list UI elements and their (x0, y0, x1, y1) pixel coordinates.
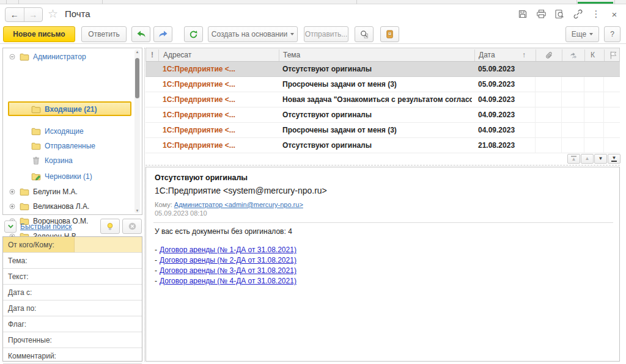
tab-divider (6, 0, 7, 4)
tree-item-outbox[interactable]: Исходящие (31, 124, 84, 139)
tree-item-sent[interactable]: Отправленные (31, 139, 95, 153)
filter-row-comment[interactable]: Комментарий: (3, 348, 142, 364)
create-based-on-button[interactable]: Создать на основании (208, 26, 298, 42)
column-copy-marker[interactable]: К (591, 48, 595, 62)
column-divider (604, 49, 605, 61)
floppy-icon (518, 9, 528, 19)
mail-row[interactable]: 1С:Предприятие <... Отсутствуют оригинал… (145, 62, 620, 77)
go-last-button[interactable]: ▼ (608, 154, 620, 164)
mail-row[interactable]: 1С:Предприятие <... Новая задача "Ознако… (145, 92, 620, 107)
column-addressee[interactable]: Адресат (163, 48, 191, 62)
scroll-up-icon[interactable]: ▴ (134, 49, 140, 54)
quick-search-collapse-button[interactable] (4, 220, 17, 233)
filter-row-date-to[interactable]: Дата по: (3, 300, 142, 316)
clear-search-button[interactable] (122, 219, 142, 234)
close-button[interactable]: × (609, 9, 620, 20)
filter-row-text[interactable]: Текст: (3, 269, 142, 285)
favorite-star-icon[interactable]: ☆ (48, 7, 58, 21)
column-divider (474, 49, 475, 61)
horizontal-splitter[interactable] (145, 165, 620, 166)
sort-ascending-icon[interactable]: ↑ (522, 48, 526, 62)
filter-row-flag[interactable]: Флаг: (3, 316, 142, 332)
mail-row[interactable]: 1С:Предприятие <... Отсутствуют оригинал… (145, 138, 620, 153)
filter-row-date-from[interactable]: Дата с: (3, 285, 142, 300)
column-priority[interactable]: ! (151, 48, 153, 62)
tree-scrollbar[interactable]: ▴ ▾ (134, 49, 140, 213)
find-button[interactable] (355, 26, 374, 42)
tab-divider (614, 0, 615, 4)
forward-button[interactable]: → (24, 8, 43, 21)
filter-row-subject[interactable]: Тема: (3, 253, 142, 269)
new-letter-button[interactable]: Новое письмо (3, 26, 75, 42)
row-addressee: 1С:Предприятие <... (163, 77, 279, 92)
collapse-minus-icon[interactable] (9, 54, 15, 60)
address-book-button[interactable] (380, 26, 399, 42)
filter-row-from-to[interactable]: От кого/Кому: (3, 237, 142, 253)
link-prefix: - (155, 246, 157, 254)
more-menu-button[interactable]: ⋮ (591, 9, 602, 20)
tree-item-trash[interactable]: Корзина (31, 153, 73, 168)
forward-letter-button[interactable] (153, 26, 172, 42)
get-link-button[interactable] (572, 9, 583, 20)
mail-row[interactable]: 1С:Предприятие <... Отсутствуют оригинал… (145, 107, 620, 123)
scrollbar-thumb[interactable] (135, 58, 139, 98)
to-address-link[interactable]: Администратор <admin@mercury-npo.ru> (174, 201, 303, 208)
chevron-down-green-icon (7, 224, 14, 229)
row-date: 04.09.2023 (478, 92, 515, 107)
document-link[interactable]: Договор аренды (№ 1-ДА от 31.08.2021) (160, 246, 296, 254)
save-button[interactable] (517, 9, 528, 20)
filter-label: Комментарий: (8, 352, 56, 360)
highlight-results-button[interactable] (100, 219, 120, 234)
reply-all-button[interactable] (131, 26, 150, 42)
document-link[interactable]: Договор аренды (№ 3-ДА от 31.08.2021) (160, 266, 296, 275)
vertical-splitter[interactable] (144, 48, 145, 362)
tree-item-administrator[interactable]: Администратор (9, 49, 86, 64)
mail-row[interactable]: 1С:Предприятие <... Просрочены задачи от… (145, 77, 620, 92)
document-link[interactable]: Договор аренды (№ 2-ДА от 31.08.2021) (160, 256, 296, 264)
more-button[interactable]: Еще (565, 26, 599, 42)
mail-row[interactable]: 1С:Предприятие <... Просрочены задачи от… (145, 123, 620, 138)
document-link-line: -Договор аренды (№ 1-ДА от 31.08.2021) (155, 246, 296, 254)
filter-label: Флаг: (8, 320, 26, 329)
row-subject: Новая задача "Ознакомиться с результатом… (282, 92, 472, 107)
column-subject[interactable]: Тема (283, 48, 300, 62)
row-date: 04.09.2023 (478, 123, 515, 137)
document-link[interactable]: Договор аренды (№ 4-ДА от 31.08.2021) (160, 277, 296, 285)
help-button[interactable]: ? (604, 26, 620, 42)
refresh-button[interactable] (184, 26, 203, 42)
refresh-icon (189, 30, 198, 39)
scroll-down-icon[interactable]: ▾ (134, 208, 140, 213)
quick-search-link[interactable]: Быстрый поиск (20, 222, 72, 231)
tree-item-label: Администратор (33, 53, 86, 61)
tree-item-inbox[interactable]: Входящие (21) (31, 102, 97, 117)
filter-value-input[interactable] (74, 237, 142, 252)
tree-item-label: Великанова Л.А. (33, 202, 89, 211)
back-button[interactable]: ← (6, 8, 24, 21)
nav-down-icon: ▼ (598, 156, 603, 161)
page-title: Почта (65, 9, 90, 19)
print-button[interactable] (536, 9, 547, 20)
magnifier-icon (359, 30, 369, 39)
go-next-button[interactable]: ▼ (594, 154, 607, 164)
tab-strip[interactable] (0, 0, 626, 4)
preview-button[interactable] (554, 9, 565, 20)
reply-button[interactable]: Ответить (81, 26, 127, 42)
document-link-line: -Договор аренды (№ 2-ДА от 31.08.2021) (155, 256, 296, 264)
filter-row-read[interactable]: Прочтенные: (3, 332, 142, 348)
expand-plus-icon[interactable] (9, 203, 15, 209)
tree-item-label: Черновики (1) (45, 172, 92, 181)
tree-item-drafts[interactable]: Черновики (1) (31, 169, 92, 184)
tree-item-belugin[interactable]: Белугин М.А. (9, 184, 78, 199)
chevron-down-icon (589, 33, 593, 35)
tab-divider (356, 0, 357, 4)
go-previous-button[interactable]: ▲ (581, 154, 594, 164)
preview-to-line: Кому: Администратор <admin@mercury-npo.r… (155, 201, 303, 208)
expand-plus-icon[interactable] (9, 189, 15, 195)
column-date[interactable]: Дата (479, 48, 495, 62)
column-divider (158, 49, 159, 61)
filter-label: Дата с: (8, 288, 32, 297)
tree-item-velikanova[interactable]: Великанова Л.А. (9, 199, 89, 214)
go-first-button[interactable]: ▲ (567, 154, 580, 164)
send-button[interactable]: Отправить... (304, 26, 348, 42)
row-subject: Отсутствуют оригиналы (282, 62, 472, 76)
